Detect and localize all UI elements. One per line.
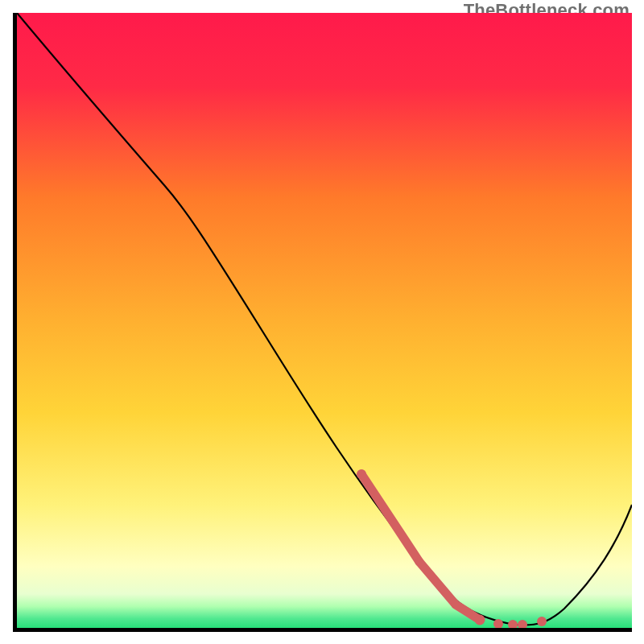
svg-point-5 — [475, 615, 485, 625]
chart-svg — [17, 13, 632, 628]
svg-point-4 — [357, 469, 366, 479]
optimal-highlight — [361, 474, 480, 620]
bottleneck-curve — [17, 13, 632, 625]
svg-line-2 — [419, 562, 456, 605]
svg-point-9 — [537, 617, 547, 626]
svg-point-8 — [518, 620, 527, 628]
svg-line-1 — [361, 474, 419, 562]
plot-area — [13, 13, 632, 632]
svg-point-7 — [508, 620, 518, 628]
chart-frame: TheBottleneck.com — [0, 0, 644, 644]
